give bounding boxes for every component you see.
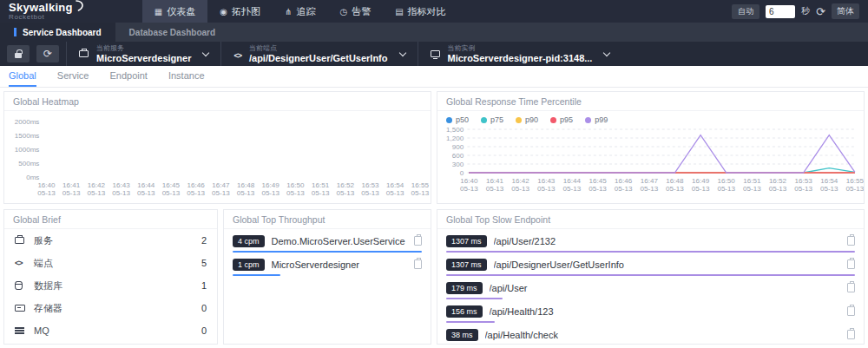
tab-instance[interactable]: Instance	[168, 66, 205, 87]
copy-icon[interactable]	[414, 259, 422, 269]
svg-text:1,200: 1,200	[446, 135, 464, 142]
svg-text:05-13: 05-13	[692, 185, 710, 193]
database-icon	[15, 281, 29, 290]
instance-selector[interactable]: 当前实例 MicroServerdesigner-pid:3148...	[418, 42, 622, 66]
p99-legend-dot	[585, 117, 591, 123]
panel-title: Global Brief	[4, 210, 217, 229]
svg-text:16:44: 16:44	[563, 177, 582, 185]
svg-text:05-13: 05-13	[486, 185, 504, 193]
metric-name: /api/DesignerUser/GetUserInfo	[494, 259, 624, 270]
nav-item-label: 追踪	[296, 5, 315, 18]
svg-text:16:40: 16:40	[37, 181, 56, 189]
brief-label: 存储器	[34, 302, 62, 315]
reload-selectors-button[interactable]: ⟳	[36, 45, 59, 62]
svg-text:05-13: 05-13	[794, 185, 812, 193]
svg-text:16:49: 16:49	[692, 177, 710, 185]
brand-subtitle: Rocketbot	[9, 14, 73, 21]
dashboard-tab-service-dashboard[interactable]: Service Dashboard	[0, 23, 115, 42]
briefcase-icon	[79, 50, 89, 57]
svg-text:16:48: 16:48	[666, 177, 684, 185]
metric-value-badge: 1307 ms	[446, 235, 487, 247]
nav-item-topology[interactable]: ◉拓扑图	[207, 0, 273, 23]
tab-endpoint[interactable]: Endpoint	[109, 66, 147, 87]
nav-item-compare[interactable]: ▤指标对比	[383, 0, 457, 23]
svg-text:05-13: 05-13	[162, 189, 181, 197]
metric-value-badge: 1 cpm	[233, 259, 265, 271]
topology-icon: ◉	[220, 7, 227, 16]
svg-text:2000ms: 2000ms	[15, 118, 40, 126]
svg-text:16:50: 16:50	[286, 181, 305, 189]
chevron-down-icon	[202, 49, 209, 56]
service-selector-value: MicroServerdesigner	[96, 54, 191, 63]
p95-legend-dot	[550, 117, 556, 123]
slow-endpoint-row: 179 ms/api/User	[437, 276, 864, 299]
legend-item-p75[interactable]: p75	[481, 115, 503, 124]
legend-item-p99[interactable]: p99	[585, 115, 608, 124]
legend-label: p90	[525, 115, 538, 124]
endpoint-selector[interactable]: 当前端点 /api/DesignerUser/GetUserInfo	[220, 42, 417, 66]
svg-text:16:47: 16:47	[641, 177, 659, 185]
legend-label: p95	[560, 115, 573, 124]
refresh-icon[interactable]: ⟳	[816, 6, 825, 17]
legend-item-p50[interactable]: p50	[446, 115, 469, 124]
tab-global[interactable]: Global	[9, 66, 36, 87]
svg-text:05-13: 05-13	[411, 189, 430, 197]
brief-label: MQ	[34, 325, 49, 336]
selector-toolbar: ⟳ 当前服务 MicroServerdesigner 当前端点 /api/Des…	[0, 42, 868, 66]
panel-title: Global Response Time Percentile	[437, 92, 864, 111]
metric-value-badge: 1307 ms	[446, 259, 487, 271]
brief-row-endpoint: <>端点5	[4, 252, 217, 274]
nav-item-alarm[interactable]: ◷告警	[327, 0, 383, 23]
p90-legend-dot	[516, 117, 522, 123]
dashboard-tab-database-dashboard[interactable]: Database Dashboard	[115, 23, 229, 42]
brand-logo[interactable]: Skywalking Rocketbot	[9, 2, 73, 21]
nav-item-dashboard[interactable]: ▦仪表盘	[142, 0, 207, 23]
chevron-down-icon	[603, 49, 610, 56]
legend-item-p95[interactable]: p95	[550, 115, 573, 124]
throughput-row: 4 cpmDemo.MicroServer.UserService	[224, 229, 431, 253]
metric-name: /api/Health/123	[490, 306, 554, 317]
code-icon	[233, 46, 241, 62]
copy-icon[interactable]	[414, 236, 422, 246]
nav-item-label: 拓扑图	[232, 5, 260, 18]
copy-icon[interactable]	[847, 283, 855, 292]
tab-service[interactable]: Service	[57, 66, 89, 87]
service-selector[interactable]: 当前服务 MicroServerdesigner	[66, 42, 220, 66]
svg-text:05-13: 05-13	[460, 185, 478, 193]
auto-refresh-toggle[interactable]: 自动	[732, 4, 760, 19]
svg-text:05-13: 05-13	[286, 189, 305, 197]
svg-text:16:54: 16:54	[386, 181, 404, 189]
svg-text:16:55: 16:55	[846, 177, 864, 185]
heatmap-chart: 2000ms1500ms1000ms500ms0ms16:4005-1316:4…	[4, 111, 431, 201]
copy-icon[interactable]	[847, 259, 855, 269]
lock-icon	[15, 53, 22, 58]
slow-endpoint-row: 156 ms/api/Health/123	[437, 299, 864, 323]
service-selector-label: 当前服务	[96, 45, 191, 52]
lock-button[interactable]	[7, 45, 30, 62]
nav-item-trace[interactable]: ⋔追踪	[273, 0, 327, 23]
main-menu: ▦仪表盘◉拓扑图⋔追踪◷告警▤指标对比	[142, 0, 458, 23]
panel-title: Global Top Throughput	[224, 210, 431, 229]
copy-icon[interactable]	[847, 306, 855, 316]
metric-name: /api/Health/check	[485, 330, 558, 340]
slow-endpoint-row: 1307 ms/api/User/2132	[437, 229, 864, 253]
svg-text:05-13: 05-13	[212, 189, 230, 197]
svg-text:05-13: 05-13	[640, 185, 658, 193]
svg-text:05-13: 05-13	[88, 189, 106, 197]
language-switch[interactable]: 简体	[832, 3, 859, 19]
brief-row-storage: 存储器0	[4, 297, 217, 319]
legend-item-p90[interactable]: p90	[516, 115, 538, 124]
copy-icon[interactable]	[847, 236, 855, 246]
metric-name: Demo.MicroServer.UserService	[272, 236, 405, 246]
svg-text:05-13: 05-13	[846, 185, 864, 193]
refresh-interval-input[interactable]	[766, 5, 795, 18]
copy-icon[interactable]	[847, 330, 855, 339]
brief-value: 5	[201, 258, 207, 268]
panel-top-throughput: Global Top Throughput 4 cpmDemo.MicroSer…	[223, 209, 431, 345]
slow-endpoint-row: 38 ms/api/Health/check	[437, 323, 864, 345]
slow-endpoint-list: 1307 ms/api/User/21321307 ms/api/Designe…	[437, 229, 864, 345]
instance-selector-value: MicroServerdesigner-pid:3148...	[448, 54, 593, 63]
svg-text:05-13: 05-13	[312, 189, 330, 197]
svg-text:05-13: 05-13	[615, 185, 633, 193]
svg-text:16:42: 16:42	[88, 181, 106, 189]
